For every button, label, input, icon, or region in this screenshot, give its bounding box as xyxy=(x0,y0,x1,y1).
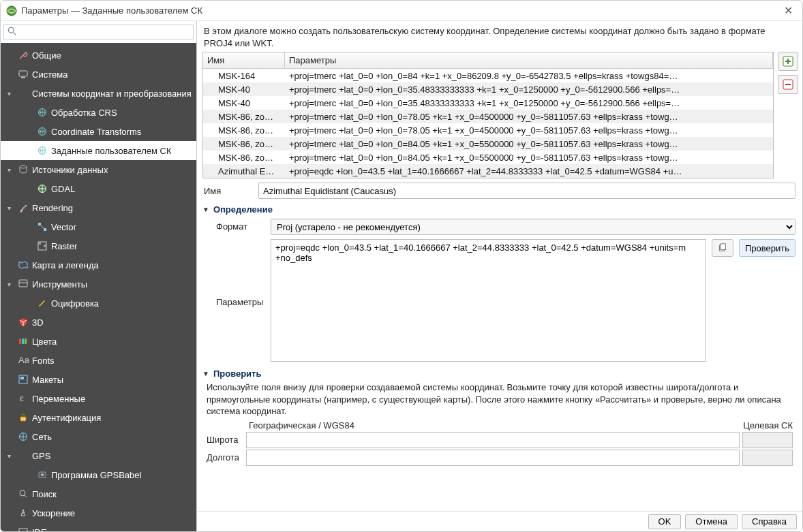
svg-rect-39 xyxy=(721,244,725,250)
sidebar-item-3[interactable]: Обработка CRS xyxy=(1,103,196,122)
verify-definition-button[interactable]: Проверить xyxy=(739,239,796,257)
sidebar-item-16[interactable]: AaFonts xyxy=(1,351,196,370)
definition-header[interactable]: ▼ Определение xyxy=(197,200,802,216)
cancel-button[interactable]: Отмена xyxy=(685,514,738,529)
chevron-down-icon: ▼ xyxy=(202,370,209,377)
cell-name: MSK-40 xyxy=(203,84,285,95)
net-icon xyxy=(17,431,29,442)
digitize-icon xyxy=(36,298,48,309)
sidebar-item-label: Общие xyxy=(32,50,61,61)
ok-button[interactable]: OK xyxy=(648,514,682,529)
table-row[interactable]: MSK-40+proj=tmerc +lat_0=0 +lon_0=35.483… xyxy=(203,96,773,110)
lon-label: Долгота xyxy=(207,452,243,463)
sidebar-item-19[interactable]: Аутентификация xyxy=(1,408,196,427)
help-button[interactable]: Справка xyxy=(742,514,797,529)
svg-rect-11 xyxy=(44,228,46,231)
sidebar-item-label: GPS xyxy=(32,451,50,461)
sidebar-item-5[interactable]: Заданные пользователем СК xyxy=(1,141,196,160)
lon-target-output xyxy=(742,450,793,466)
table-row[interactable]: MSK-86, zo…+proj=tmerc +lat_0=0 +lon_0=7… xyxy=(203,123,773,137)
sidebar-item-label: Источники данных xyxy=(32,165,108,175)
cell-name: MSK-86, zo… xyxy=(203,153,285,163)
cell-params: +proj=eqdc +lon_0=43.5 +lat_1=40.1666667… xyxy=(285,166,773,176)
dialog-footer: OK Отмена Справка xyxy=(197,511,802,531)
fonts-icon: Aa xyxy=(17,355,29,366)
table-row[interactable]: MSK-86, zo…+proj=tmerc +lat_0=0 +lon_0=7… xyxy=(203,110,773,123)
sidebar-item-label: Переменные xyxy=(32,394,85,404)
sidebar-item-23[interactable]: Поиск xyxy=(1,484,196,503)
globe2-icon xyxy=(36,183,48,194)
sidebar-item-20[interactable]: Сеть xyxy=(1,427,196,446)
svg-rect-19 xyxy=(22,339,24,344)
sidebar-item-2[interactable]: ▾Системы координат и преобразования xyxy=(1,84,196,103)
table-row[interactable]: MSK-164+proj=tmerc +lat_0=0 +lon_0=84 +k… xyxy=(203,69,773,82)
tools-icon xyxy=(17,279,29,290)
sidebar-item-label: Vector xyxy=(51,222,76,232)
verify-hint: Используйте поля внизу для проверки созд… xyxy=(207,381,793,418)
table-row[interactable]: MSK-86, zo…+proj=tmerc +lat_0=0 +lon_0=8… xyxy=(203,137,773,151)
lat-geo-input[interactable] xyxy=(246,432,740,448)
params-textarea[interactable] xyxy=(271,239,706,362)
svg-rect-18 xyxy=(19,339,21,344)
sidebar-item-22[interactable]: Программа GPSBabel xyxy=(1,465,196,484)
sidebar-item-7[interactable]: GDAL xyxy=(1,179,196,198)
close-icon[interactable]: ✕ xyxy=(780,4,797,17)
sidebar: ОбщиеСистема▾Системы координат и преобра… xyxy=(1,21,197,531)
sidebar-item-8[interactable]: ▾Rendering xyxy=(1,198,196,217)
cell-name: Azimuthal E… xyxy=(203,166,285,176)
sidebar-item-label: Поиск xyxy=(32,489,57,499)
svg-point-28 xyxy=(41,473,44,476)
globe-icon xyxy=(36,107,48,118)
table-row[interactable]: MSK-86, zo…+proj=tmerc +lat_0=0 +lon_0=8… xyxy=(203,151,773,164)
sidebar-item-11[interactable]: Карта и легенда xyxy=(1,255,196,275)
col-params[interactable]: Параметры xyxy=(285,52,773,68)
cell-params: +proj=tmerc +lat_0=0 +lon_0=78.05 +k=1 +… xyxy=(285,125,773,136)
sidebar-item-0[interactable]: Общие xyxy=(1,46,196,65)
sidebar-item-24[interactable]: Ускорение xyxy=(1,503,196,522)
col-name[interactable]: Имя xyxy=(203,52,285,68)
accel-icon xyxy=(17,507,29,518)
svg-rect-15 xyxy=(44,245,46,247)
add-crs-button[interactable] xyxy=(778,52,798,71)
sidebar-item-label: Fonts xyxy=(32,356,55,366)
gpsbabel-icon xyxy=(36,469,48,480)
sidebar-item-13[interactable]: Оцифровка xyxy=(1,294,196,313)
sidebar-item-9[interactable]: Vector xyxy=(1,217,196,236)
format-label: Формат xyxy=(216,219,265,232)
vars-icon: ε xyxy=(17,393,29,404)
cell-name: MSK-164 xyxy=(203,71,285,81)
sidebar-item-15[interactable]: Цвета xyxy=(1,332,196,351)
cell-name: MSK-86, zo… xyxy=(203,125,285,136)
sidebar-item-10[interactable]: Raster xyxy=(1,236,196,255)
name-input[interactable] xyxy=(258,183,796,199)
sidebar-item-21[interactable]: ▾GPS xyxy=(1,446,196,465)
table-row[interactable]: MSK-40+proj=tmerc +lat_0=0 +lon_0=35.483… xyxy=(203,82,773,96)
search-input[interactable] xyxy=(3,24,194,40)
sidebar-item-18[interactable]: εПеременные xyxy=(1,389,196,408)
sidebar-item-4[interactable]: Coordinate Transforms xyxy=(1,122,196,141)
sidebar-item-12[interactable]: ▾Инструменты xyxy=(1,275,196,294)
remove-crs-button[interactable] xyxy=(778,75,798,94)
sidebar-item-25[interactable]: IDE xyxy=(1,522,196,531)
svg-text:ε: ε xyxy=(20,393,24,403)
sidebar-item-1[interactable]: Система xyxy=(1,65,196,84)
cell-name: MSK-40 xyxy=(203,98,285,108)
sidebar-item-label: Ускорение xyxy=(32,508,75,518)
sidebar-item-label: IDE xyxy=(32,527,47,532)
format-select[interactable]: Proj (устарело - не рекомендуется) xyxy=(271,219,796,235)
cell-params: +proj=tmerc +lat_0=0 +lon_0=84 +k=1 +x_0… xyxy=(285,71,773,81)
sidebar-item-label: Rendering xyxy=(32,203,73,213)
sidebar-item-label: Обработка CRS xyxy=(51,108,117,118)
sidebar-item-6[interactable]: ▾Источники данных xyxy=(1,160,196,179)
sidebar-item-label: Системы координат и преобразования xyxy=(32,89,192,99)
table-row[interactable]: Azimuthal E…+proj=eqdc +lon_0=43.5 +lat_… xyxy=(203,164,773,178)
titlebar: Параметры — Заданные пользователем СК ✕ xyxy=(1,1,802,21)
sidebar-item-label: Макеты xyxy=(32,375,63,385)
sidebar-item-14[interactable]: 3D xyxy=(1,313,196,332)
lat-label: Широта xyxy=(207,435,243,445)
col-geographic: Географическая / WGS84 xyxy=(246,420,737,431)
lon-geo-input[interactable] xyxy=(246,450,740,466)
sidebar-item-17[interactable]: Макеты xyxy=(1,370,196,389)
copy-button[interactable] xyxy=(712,239,733,257)
verify-header[interactable]: ▼ Проверить xyxy=(197,364,802,380)
